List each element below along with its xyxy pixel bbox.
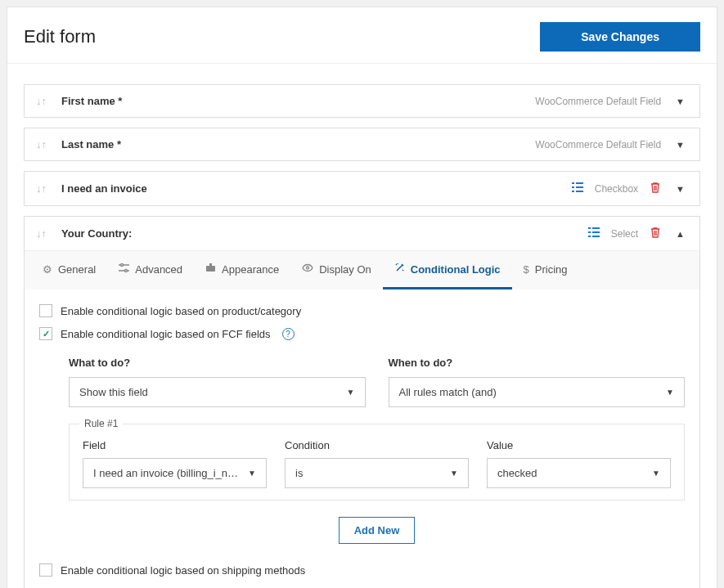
rule-field-value: I need an invoice (billing_i_need_a...: [93, 467, 241, 479]
fields-list: ↓↑ First name * WooCommerce Default Fiel…: [7, 64, 717, 588]
tab-label: Appearance: [222, 263, 279, 276]
field-meta: Select ▲: [588, 227, 688, 240]
what-select[interactable]: Show this field ▼: [69, 377, 366, 407]
svg-rect-7: [592, 227, 600, 229]
enable-product-checkbox[interactable]: [39, 304, 52, 317]
chevron-down-icon: ▼: [347, 388, 355, 397]
tabs-bar: ⚙ General Advanced Appearance: [25, 250, 699, 290]
collapse-toggle-icon[interactable]: ▲: [672, 229, 688, 239]
rule-legend: Rule #1: [79, 418, 123, 429]
what-value: Show this field: [79, 386, 148, 398]
field-type-label: Select: [611, 228, 638, 240]
expand-toggle-icon[interactable]: ▼: [672, 184, 688, 194]
edit-form-page: Edit form Save Changes ↓↑ First name * W…: [7, 7, 717, 588]
svg-rect-0: [572, 182, 574, 184]
svg-rect-11: [592, 236, 600, 237]
field-name: Your Country:: [61, 227, 588, 240]
trash-icon[interactable]: [650, 182, 661, 195]
svg-rect-14: [206, 266, 215, 272]
rule-value-select[interactable]: checked ▼: [487, 458, 671, 488]
chevron-down-icon: ▼: [450, 469, 458, 478]
enable-shipping-label: Enable conditional logic based on shippi…: [61, 564, 305, 577]
field-row: ↓↑ I need an invoice Checkbox ▼: [24, 171, 700, 206]
rule-cols: Field I need an invoice (billing_i_need_…: [83, 439, 671, 488]
field-row: ↓↑ First name * WooCommerce Default Fiel…: [24, 84, 700, 118]
rule-value-value: checked: [497, 467, 537, 479]
when-col: When to do? All rules match (and) ▼: [389, 357, 686, 407]
trash-icon[interactable]: [650, 227, 661, 240]
when-value: All rules match (and): [399, 386, 497, 398]
rule-1: Rule #1 Field I need an invoice (billing…: [69, 424, 685, 500]
field-bar[interactable]: ↓↑ I need an invoice Checkbox ▼: [25, 172, 699, 205]
wand-icon: [394, 263, 405, 276]
svg-rect-5: [576, 191, 583, 192]
tab-label: Advanced: [135, 263, 182, 276]
tab-label: Conditional Logic: [411, 263, 501, 276]
drag-handle-icon[interactable]: ↓↑: [36, 95, 47, 107]
rule-field-select[interactable]: I need an invoice (billing_i_need_a... ▼: [83, 458, 267, 488]
what-col: What to do? Show this field ▼: [69, 357, 366, 407]
when-select[interactable]: All rules match (and) ▼: [389, 377, 686, 407]
field-name: First name *: [61, 95, 535, 107]
rule-condition-col: Condition is ▼: [285, 439, 469, 488]
page-title: Edit form: [24, 26, 96, 47]
appearance-icon: [205, 263, 216, 276]
svg-rect-9: [592, 231, 600, 233]
tab-label: Pricing: [535, 263, 568, 276]
svg-point-16: [307, 267, 309, 269]
chevron-down-icon: ▼: [652, 469, 660, 478]
tab-pricing[interactable]: $ Pricing: [512, 251, 579, 290]
svg-rect-15: [209, 263, 212, 266]
tab-advanced[interactable]: Advanced: [107, 251, 194, 290]
tab-general[interactable]: ⚙ General: [31, 251, 107, 290]
drag-handle-icon[interactable]: ↓↑: [36, 182, 47, 195]
svg-rect-8: [588, 231, 591, 233]
expand-toggle-icon[interactable]: ▼: [672, 140, 688, 150]
rule-field-label: Field: [83, 439, 267, 451]
expand-toggle-icon[interactable]: ▼: [672, 97, 688, 106]
rule-condition-label: Condition: [285, 439, 469, 451]
field-bar[interactable]: ↓↑ Last name * WooCommerce Default Field…: [25, 128, 699, 160]
gear-icon: ⚙: [43, 263, 52, 276]
field-bar[interactable]: ↓↑ First name * WooCommerce Default Fiel…: [25, 85, 699, 117]
svg-rect-1: [576, 182, 583, 184]
tab-appearance[interactable]: Appearance: [194, 251, 290, 290]
list-icon: [572, 182, 583, 195]
eye-icon: [302, 263, 313, 276]
field-type-label: WooCommerce Default Field: [535, 96, 661, 107]
rule-value-col: Value checked ▼: [487, 439, 671, 488]
tab-conditional-logic[interactable]: Conditional Logic: [383, 251, 512, 290]
what-when-row: What to do? Show this field ▼ When to do…: [69, 357, 685, 407]
rule-condition-select[interactable]: is ▼: [285, 458, 469, 488]
field-row: ↓↑ Your Country: Select ▲ ⚙ General: [24, 216, 700, 588]
field-row: ↓↑ Last name * WooCommerce Default Field…: [24, 128, 700, 161]
field-meta: WooCommerce Default Field ▼: [535, 139, 688, 150]
tab-display-on[interactable]: Display On: [290, 251, 383, 290]
conditional-logic-panel: Enable conditional logic based on produc…: [25, 290, 699, 588]
drag-handle-icon[interactable]: ↓↑: [36, 227, 47, 240]
field-type-label: WooCommerce Default Field: [535, 139, 661, 150]
rule-condition-value: is: [295, 467, 303, 479]
enable-product-label: Enable conditional logic based on produc…: [61, 305, 301, 317]
field-name: I need an invoice: [61, 182, 572, 195]
enable-shipping-row: Enable conditional logic based on shippi…: [39, 563, 685, 577]
field-type-label: Checkbox: [595, 183, 638, 195]
field-name: Last name *: [61, 138, 535, 150]
add-new-button[interactable]: Add New: [339, 517, 416, 544]
when-label: When to do?: [389, 357, 686, 369]
save-changes-button[interactable]: Save Changes: [540, 22, 700, 52]
enable-fcf-checkbox[interactable]: [39, 327, 52, 340]
svg-point-12: [121, 264, 124, 267]
help-icon[interactable]: ?: [282, 328, 295, 340]
svg-point-13: [125, 270, 128, 272]
svg-rect-4: [572, 191, 574, 192]
enable-fcf-label: Enable conditional logic based on FCF fi…: [61, 328, 271, 340]
enable-shipping-checkbox[interactable]: [39, 563, 52, 577]
rule-field-col: Field I need an invoice (billing_i_need_…: [83, 439, 267, 488]
tab-label: Display On: [319, 263, 371, 276]
svg-rect-3: [576, 186, 583, 188]
drag-handle-icon[interactable]: ↓↑: [36, 138, 47, 150]
field-bar[interactable]: ↓↑ Your Country: Select ▲: [25, 217, 699, 250]
fcf-config: What to do? Show this field ▼ When to do…: [39, 350, 685, 544]
tab-label: General: [58, 263, 96, 276]
